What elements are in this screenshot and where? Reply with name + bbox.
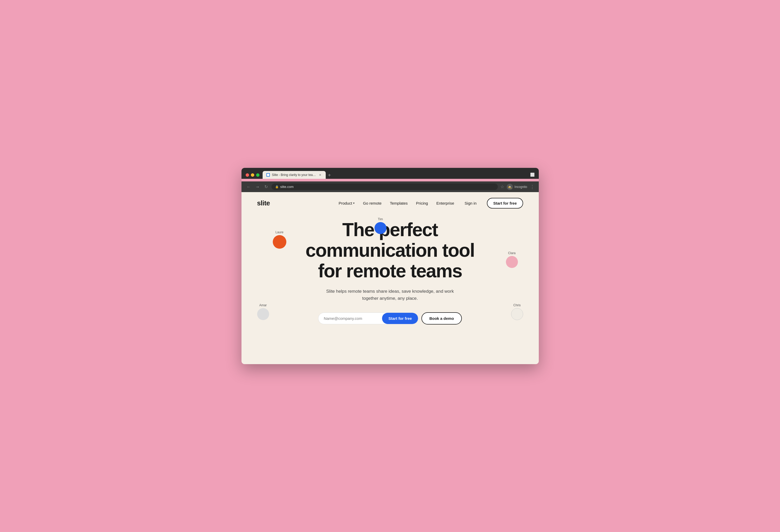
back-button[interactable]: ← (246, 184, 252, 190)
tab-close-button[interactable]: ✕ (318, 173, 322, 177)
nav-enterprise-link[interactable]: Enterprise (436, 201, 454, 205)
avatar-clara-circle (506, 256, 518, 268)
address-bar[interactable]: 🔒 slite.com (272, 183, 498, 190)
nav-links: Product ▾ Go remote Templates Pricing En… (339, 201, 454, 206)
avatar-tim-label: Tim (378, 217, 383, 221)
email-input-wrapper: Start for free (318, 313, 418, 324)
hero-headline: The perfect communication tool for remot… (299, 219, 481, 281)
avatar-clara-label: Clara (508, 251, 516, 255)
browser-chrome: Slite - Bring clarity to your tea… ✕ + ⬜ (241, 168, 539, 179)
avatar-amar-circle (257, 308, 269, 320)
browser-menu-button[interactable]: ⋮ (530, 184, 535, 190)
bookmark-icon[interactable]: ☆ (500, 184, 504, 189)
maximize-button[interactable] (256, 173, 259, 177)
signin-button[interactable]: Sign in (465, 201, 477, 205)
book-demo-button[interactable]: Book a demo (422, 312, 461, 324)
hero-subtext: Slite helps remote teams share ideas, sa… (325, 288, 455, 302)
nav-pricing-link[interactable]: Pricing (416, 201, 428, 205)
avatar-clara: Clara (506, 256, 518, 268)
browser-window: Slite - Bring clarity to your tea… ✕ + ⬜… (241, 168, 539, 364)
active-tab[interactable]: Slite - Bring clarity to your tea… ✕ (262, 171, 326, 179)
extension-icon: ⬜ (530, 172, 535, 177)
nav-start-free-button[interactable]: Start for free (487, 198, 523, 209)
hero-start-free-button[interactable]: Start for free (382, 313, 418, 324)
tab-bar: Slite - Bring clarity to your tea… ✕ + (262, 171, 527, 179)
forward-button[interactable]: → (254, 184, 261, 190)
incognito-label: Incognito (515, 185, 527, 189)
minimize-button[interactable] (251, 173, 254, 177)
address-bar-row: ← → ↻ 🔒 slite.com ☆ 🕵 Incognito ⋮ (241, 181, 539, 192)
website-content: slite Product ▾ Go remote Templates Pric… (241, 192, 539, 364)
lock-icon: 🔒 (275, 185, 279, 189)
tab-favicon (266, 173, 270, 177)
svg-point-0 (267, 174, 270, 176)
new-tab-button[interactable]: + (326, 172, 333, 178)
avatar-laure-circle (273, 235, 286, 249)
browser-options: ⬜ (530, 172, 535, 177)
avatar-chris-circle (511, 308, 523, 320)
avatar-chris-label: Chris (513, 304, 521, 307)
email-input[interactable] (324, 313, 381, 324)
nav-go-remote-link[interactable]: Go remote (363, 201, 382, 205)
main-nav: slite Product ▾ Go remote Templates Pric… (241, 192, 539, 214)
nav-product-link[interactable]: Product ▾ (339, 201, 355, 205)
nav-product-label: Product (339, 201, 352, 205)
close-button[interactable] (246, 173, 249, 177)
reload-button[interactable]: ↻ (263, 184, 269, 190)
hero-form: Start for free Book a demo (257, 312, 523, 324)
tab-title: Slite - Bring clarity to your tea… (272, 173, 316, 177)
hero-section: Tim Laure Clara Amar Chris (241, 214, 539, 340)
incognito-badge: 🕵 Incognito (507, 184, 527, 190)
avatar-laure: Laure (273, 235, 286, 249)
incognito-icon: 🕵 (507, 184, 513, 190)
site-logo[interactable]: slite (257, 199, 270, 207)
traffic-lights (246, 173, 259, 177)
chevron-down-icon: ▾ (353, 202, 355, 205)
nav-templates-link[interactable]: Templates (390, 201, 407, 205)
avatar-amar-label: Amar (259, 304, 267, 307)
avatar-chris: Chris (511, 308, 523, 320)
url-text: slite.com (280, 185, 294, 189)
avatar-tim: Tim (375, 222, 387, 234)
avatar-tim-circle (375, 222, 387, 234)
avatar-amar: Amar (257, 308, 269, 320)
avatar-laure-label: Laure (276, 230, 284, 234)
